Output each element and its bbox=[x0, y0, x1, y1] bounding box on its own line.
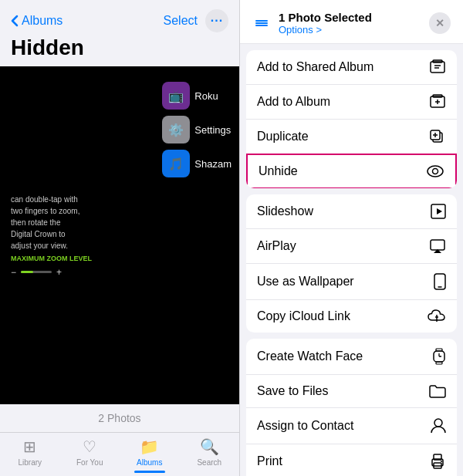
airplay-label: AirPlay bbox=[257, 239, 296, 253]
person-icon bbox=[431, 417, 446, 434]
svg-rect-0 bbox=[431, 62, 444, 73]
svg-rect-24 bbox=[436, 362, 442, 364]
library-icon: ⊞ bbox=[23, 437, 36, 456]
settings-app-item[interactable]: ⚙️ Settings bbox=[162, 116, 231, 143]
assign-contact-item[interactable]: Assign to Contact bbox=[246, 408, 457, 444]
header-actions: Select ··· bbox=[164, 9, 228, 32]
play-icon bbox=[431, 204, 446, 219]
svg-rect-16 bbox=[431, 240, 444, 250]
watch-face-item[interactable]: Create Watch Face bbox=[246, 339, 457, 375]
add-album-icon bbox=[429, 94, 446, 110]
photo-stack-icon bbox=[252, 17, 271, 29]
unhide-label: Unhide bbox=[259, 164, 298, 178]
tab-search[interactable]: 🔍 Search bbox=[180, 437, 240, 473]
photo-text: can double-tap with two fingers to zoom,… bbox=[11, 194, 80, 252]
cloud-icon bbox=[428, 309, 446, 323]
wallpaper-item[interactable]: Use as Wallpaper bbox=[246, 264, 457, 300]
wallpaper-label: Use as Wallpaper bbox=[257, 275, 354, 289]
airplay-icon bbox=[429, 238, 446, 254]
photo-selected-info: 1 Photo Selected Options > bbox=[252, 11, 372, 35]
print-icon bbox=[429, 454, 446, 469]
action-group-2: Slideshow AirPlay Use as bbox=[246, 194, 457, 333]
back-label: Albums bbox=[22, 14, 63, 28]
selected-info-text: 1 Photo Selected Options > bbox=[279, 11, 372, 35]
zoom-bar bbox=[21, 271, 52, 273]
settings-label: Settings bbox=[194, 124, 231, 136]
select-button[interactable]: Select bbox=[164, 14, 198, 28]
action-group-1: Add to Shared Album Add to Album bbox=[246, 50, 457, 188]
action-group-3: Create Watch Face Save to Files bbox=[246, 339, 457, 476]
app-icons-list: 📺 Roku ⚙️ Settings 🎵 Shazam bbox=[162, 82, 231, 177]
add-to-album-item[interactable]: Add to Album bbox=[246, 85, 457, 120]
roku-icon: 📺 bbox=[162, 82, 190, 110]
shazam-app-item[interactable]: 🎵 Shazam bbox=[162, 150, 231, 177]
zoom-fill bbox=[21, 271, 33, 273]
duplicate-item[interactable]: Duplicate bbox=[246, 120, 457, 154]
watch-icon bbox=[432, 348, 446, 365]
action-sheet: 1 Photo Selected Options > ✕ Add to Shar… bbox=[239, 0, 463, 476]
photo-count: 2 Photos bbox=[0, 404, 239, 432]
close-button[interactable]: ✕ bbox=[429, 12, 451, 34]
bottom-tab-bar: ⊞ Library ♡ For You 📁 Albums 🔍 Search bbox=[0, 432, 239, 476]
albums-label: Albums bbox=[137, 458, 162, 467]
zoom-minus-icon: − bbox=[11, 267, 16, 278]
foryou-icon: ♡ bbox=[83, 437, 96, 456]
svg-point-27 bbox=[434, 419, 442, 427]
add-to-album-label: Add to Album bbox=[257, 95, 330, 109]
airplay-item[interactable]: AirPlay bbox=[246, 229, 457, 264]
eye-icon bbox=[426, 164, 444, 178]
left-header: Albums Select ··· bbox=[0, 0, 239, 35]
duplicate-label: Duplicate bbox=[257, 130, 309, 143]
settings-icon: ⚙️ bbox=[162, 116, 190, 143]
photo-grid: can double-tap with two fingers to zoom,… bbox=[0, 66, 239, 404]
foryou-label: For You bbox=[76, 458, 103, 467]
close-icon: ✕ bbox=[435, 17, 444, 29]
active-tab-indicator bbox=[134, 471, 165, 473]
svg-point-13 bbox=[433, 169, 438, 174]
save-files-label: Save to Files bbox=[257, 384, 328, 398]
print-label: Print bbox=[257, 454, 282, 468]
slideshow-item[interactable]: Slideshow bbox=[246, 194, 457, 229]
zoom-label: MAXIMUM ZOOM LEVEL bbox=[11, 255, 92, 262]
more-dots-icon: ··· bbox=[211, 14, 223, 28]
search-tab-icon: 🔍 bbox=[200, 437, 219, 456]
folder-icon bbox=[429, 384, 446, 398]
zoom-plus-icon: + bbox=[56, 267, 62, 278]
search-label: Search bbox=[197, 458, 221, 467]
tab-library[interactable]: ⊞ Library bbox=[0, 437, 60, 473]
shazam-icon: 🎵 bbox=[162, 150, 190, 177]
add-shared-album-item[interactable]: Add to Shared Album bbox=[246, 50, 457, 85]
roku-label: Roku bbox=[194, 90, 218, 102]
svg-marker-15 bbox=[437, 208, 442, 214]
svg-point-31 bbox=[441, 461, 442, 462]
add-shared-album-label: Add to Shared Album bbox=[257, 60, 373, 74]
watch-face-label: Create Watch Face bbox=[257, 349, 363, 363]
add-shared-icon bbox=[429, 59, 446, 75]
phone-icon bbox=[434, 273, 446, 290]
unhide-item[interactable]: Unhide bbox=[246, 154, 457, 188]
photo-content: can double-tap with two fingers to zoom,… bbox=[0, 66, 239, 404]
album-title: Hidden bbox=[0, 35, 239, 66]
options-link[interactable]: Options > bbox=[279, 24, 372, 35]
back-button[interactable]: Albums bbox=[11, 14, 63, 28]
library-label: Library bbox=[18, 458, 42, 467]
shazam-label: Shazam bbox=[194, 158, 231, 170]
zoom-control: − + bbox=[11, 267, 62, 278]
roku-app-item[interactable]: 📺 Roku bbox=[162, 82, 231, 110]
left-panel: Albums Select ··· Hidden can double-tap … bbox=[0, 0, 239, 476]
save-files-item[interactable]: Save to Files bbox=[246, 375, 457, 408]
tab-foryou[interactable]: ♡ For You bbox=[60, 437, 120, 473]
icloud-link-item[interactable]: Copy iCloud Link bbox=[246, 300, 457, 333]
slideshow-label: Slideshow bbox=[257, 204, 313, 218]
duplicate-icon bbox=[429, 129, 446, 144]
albums-icon: 📁 bbox=[140, 437, 159, 456]
tab-albums[interactable]: 📁 Albums bbox=[120, 437, 180, 473]
more-button[interactable]: ··· bbox=[205, 9, 228, 32]
icloud-link-label: Copy iCloud Link bbox=[257, 309, 350, 323]
svg-rect-23 bbox=[436, 349, 442, 351]
assign-contact-label: Assign to Contact bbox=[257, 419, 353, 433]
svg-point-12 bbox=[428, 166, 443, 177]
print-item[interactable]: Print bbox=[246, 444, 457, 476]
sheet-header: 1 Photo Selected Options > ✕ bbox=[240, 0, 463, 44]
selected-count: 1 Photo Selected bbox=[279, 11, 372, 24]
